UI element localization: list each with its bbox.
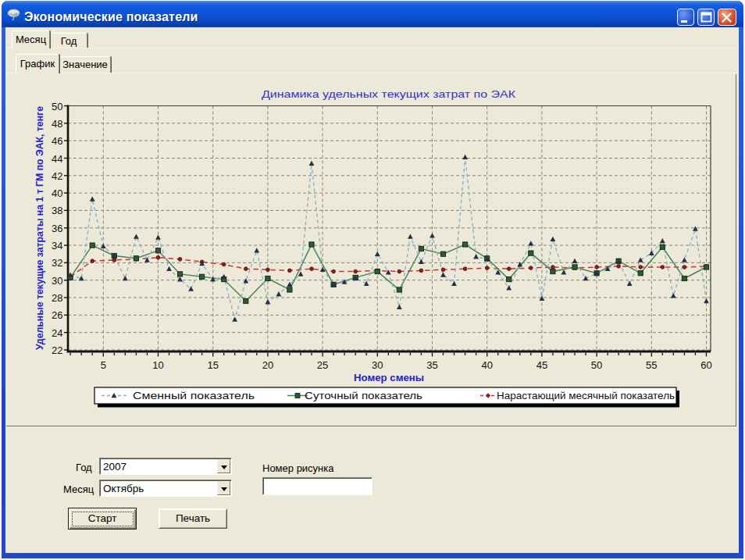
svg-text:Нарастающий месячный показател: Нарастающий месячный показатель bbox=[497, 390, 675, 401]
svg-text:Сменный показатель: Сменный показатель bbox=[133, 390, 255, 401]
svg-text:26: 26 bbox=[52, 309, 62, 321]
svg-text:20: 20 bbox=[262, 359, 273, 371]
svg-text:34: 34 bbox=[52, 240, 62, 251]
svg-text:Суточный показатель: Суточный показатель bbox=[305, 390, 422, 401]
svg-text:15: 15 bbox=[207, 359, 218, 371]
svg-text:45: 45 bbox=[536, 359, 547, 371]
svg-text:60: 60 bbox=[700, 359, 711, 371]
svg-text:22: 22 bbox=[52, 344, 62, 356]
svg-text:25: 25 bbox=[317, 359, 328, 371]
svg-text:55: 55 bbox=[646, 359, 657, 371]
svg-text:36: 36 bbox=[52, 223, 62, 234]
svg-text:28: 28 bbox=[52, 292, 62, 304]
svg-text:38: 38 bbox=[52, 205, 62, 216]
svg-text:5: 5 bbox=[101, 359, 106, 371]
svg-text:46: 46 bbox=[52, 135, 62, 147]
svg-text:48: 48 bbox=[52, 118, 62, 130]
svg-text:40: 40 bbox=[52, 187, 62, 199]
svg-text:Динамика удельных текущих затр: Динамика удельных текущих затрат по ЭАК bbox=[262, 88, 516, 100]
svg-text:32: 32 bbox=[52, 257, 62, 269]
svg-text:35: 35 bbox=[426, 359, 437, 371]
svg-text:30: 30 bbox=[372, 359, 383, 371]
svg-text:50: 50 bbox=[591, 359, 602, 371]
svg-text:30: 30 bbox=[52, 275, 62, 287]
svg-text:42: 42 bbox=[52, 170, 62, 182]
svg-text:50: 50 bbox=[52, 101, 62, 112]
svg-text:Удельные текущие затраты на 1: Удельные текущие затраты на 1 т ГМ по ЭА… bbox=[34, 106, 45, 350]
svg-text:Номер смены: Номер смены bbox=[354, 372, 424, 383]
svg-text:24: 24 bbox=[52, 327, 62, 339]
svg-text:44: 44 bbox=[52, 153, 62, 165]
svg-text:40: 40 bbox=[481, 359, 492, 371]
svg-text:10: 10 bbox=[152, 359, 163, 371]
